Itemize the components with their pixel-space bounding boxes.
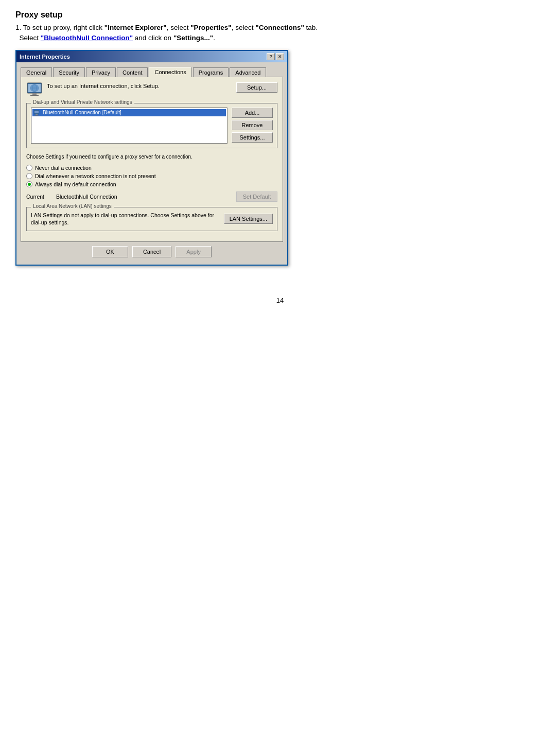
titlebar-buttons: ? ✕ bbox=[267, 53, 284, 60]
intro-suffix1: tab. bbox=[304, 24, 318, 31]
dialog-titlebar: Internet Properties ? ✕ bbox=[16, 51, 287, 62]
radio-always-button[interactable] bbox=[26, 181, 32, 187]
lan-group-label: Local Area Network (LAN) settings bbox=[31, 203, 114, 209]
radio-never[interactable]: Never dial a connection bbox=[26, 165, 277, 171]
lan-group: Local Area Network (LAN) settings LAN Se… bbox=[26, 207, 277, 231]
cancel-button[interactable]: Cancel bbox=[132, 246, 171, 257]
properties-text: "Properties" bbox=[190, 24, 232, 31]
radio-group: Never dial a connection Dial whenever a … bbox=[26, 165, 277, 187]
help-button[interactable]: ? bbox=[267, 53, 275, 60]
vpn-item-bluetooth[interactable]: BluetoothNull Connection [Default] bbox=[32, 109, 226, 116]
intro-period: . bbox=[213, 34, 215, 42]
vpn-group-label: Dial-up and Virtual Private Network sett… bbox=[31, 99, 134, 105]
tab-connections[interactable]: Connections bbox=[149, 67, 191, 77]
radio-always[interactable]: Always dial my default connection bbox=[26, 181, 277, 187]
setup-text: To set up an Internet connection, click … bbox=[47, 82, 160, 90]
tab-strip: General Security Privacy Content Connect… bbox=[19, 64, 285, 77]
tab-programs[interactable]: Programs bbox=[193, 67, 229, 77]
vpn-settings-button[interactable]: Settings... bbox=[232, 132, 273, 143]
monitor-icon bbox=[26, 82, 43, 97]
intro-suffix2: and click on bbox=[133, 34, 173, 42]
setup-section: To set up an Internet connection, click … bbox=[26, 82, 277, 97]
connections-tab-content: To set up an Internet connection, click … bbox=[21, 77, 283, 242]
current-value: BluetoothNull Connection bbox=[56, 194, 232, 200]
vpn-item-icon bbox=[33, 110, 41, 116]
svg-rect-8 bbox=[34, 111, 39, 113]
remove-button[interactable]: Remove bbox=[232, 120, 273, 130]
tab-advanced[interactable]: Advanced bbox=[230, 67, 266, 77]
radio-dial-when-label: Dial whenever a network connection is no… bbox=[35, 173, 156, 179]
current-label: Current bbox=[26, 194, 52, 200]
bt-null-text: "BluetoothNull Connection" bbox=[41, 34, 133, 42]
ok-button[interactable]: OK bbox=[92, 246, 128, 257]
lan-settings-button[interactable]: LAN Settings... bbox=[224, 214, 273, 224]
lan-text: LAN Settings do not apply to dial-up con… bbox=[31, 212, 220, 226]
radio-never-button[interactable] bbox=[26, 165, 32, 171]
intro-mid2: , select bbox=[232, 24, 256, 31]
vpn-row: BluetoothNull Connection [Default] Add..… bbox=[31, 108, 273, 144]
svg-rect-6 bbox=[30, 95, 39, 96]
intro-prefix: 1. To set up proxy, right click bbox=[15, 24, 104, 31]
tab-general[interactable]: General bbox=[21, 67, 52, 77]
apply-button[interactable]: Apply bbox=[176, 246, 212, 257]
dialog-title: Internet Properties bbox=[20, 54, 70, 60]
radio-never-label: Never dial a connection bbox=[35, 165, 92, 171]
svg-rect-10 bbox=[34, 115, 39, 115]
settings-text: "Settings..." bbox=[173, 34, 213, 42]
tab-security[interactable]: Security bbox=[53, 67, 85, 77]
radio-always-label: Always dial my default connection bbox=[35, 181, 116, 187]
ie-text: "Internet Explorer" bbox=[104, 24, 167, 31]
svg-rect-5 bbox=[32, 93, 37, 95]
page-title: Proxy setup bbox=[15, 10, 545, 20]
connections-text: "Connections" bbox=[255, 24, 304, 31]
vpn-item-label: BluetoothNull Connection [Default] bbox=[43, 110, 121, 115]
dialog-container: Internet Properties ? ✕ General Security… bbox=[15, 50, 288, 266]
svg-rect-9 bbox=[36, 114, 38, 115]
lan-row: LAN Settings do not apply to dial-up con… bbox=[31, 212, 273, 226]
add-button[interactable]: Add... bbox=[232, 108, 273, 118]
set-default-button[interactable]: Set Default bbox=[236, 191, 277, 202]
tab-content[interactable]: Content bbox=[117, 67, 148, 77]
page-number: 14 bbox=[15, 296, 545, 304]
vpn-group: Dial-up and Virtual Private Network sett… bbox=[26, 103, 277, 148]
radio-dial-when[interactable]: Dial whenever a network connection is no… bbox=[26, 173, 277, 179]
intro-newline: Select bbox=[20, 34, 41, 42]
close-button[interactable]: ✕ bbox=[276, 53, 284, 60]
dialog-body: General Security Privacy Content Connect… bbox=[16, 62, 287, 265]
radio-dial-when-button[interactable] bbox=[26, 173, 32, 179]
proxy-settings-text: Choose Settings if you need to configure… bbox=[26, 153, 277, 161]
setup-button[interactable]: Setup... bbox=[236, 82, 277, 93]
intro-paragraph: 1. To set up proxy, right click "Interne… bbox=[15, 23, 545, 44]
vpn-buttons: Add... Remove Settings... bbox=[232, 108, 273, 143]
intro-mid1: , select bbox=[167, 24, 191, 31]
current-connection-row: Current BluetoothNull Connection Set Def… bbox=[26, 191, 277, 202]
vpn-list[interactable]: BluetoothNull Connection [Default] bbox=[31, 108, 227, 144]
internet-properties-dialog: Internet Properties ? ✕ General Security… bbox=[15, 50, 288, 266]
dialog-footer: OK Cancel Apply bbox=[19, 242, 285, 263]
tab-privacy[interactable]: Privacy bbox=[86, 67, 116, 77]
